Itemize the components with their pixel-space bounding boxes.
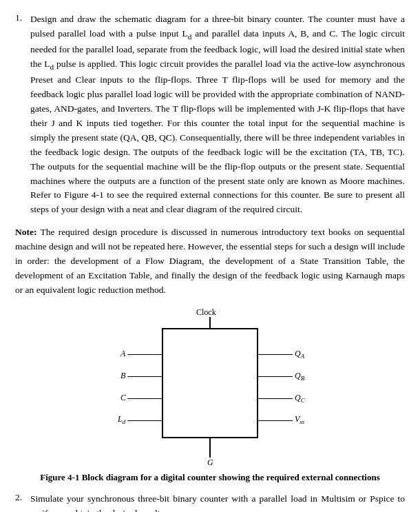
counter-box	[162, 328, 258, 438]
input-b-label: B	[120, 371, 125, 381]
input-a-line	[127, 354, 162, 356]
item-2-number: 2.	[15, 492, 30, 512]
item-1-body: Design and draw the schematic diagram fo…	[30, 12, 405, 217]
output-qc-label: QC	[295, 393, 305, 404]
output-qa-line	[258, 354, 293, 356]
diagram-section: Clock G A B C Ld QA QB QC	[15, 307, 405, 484]
input-ld-label: Ld	[118, 414, 125, 425]
item-1-number: 1.	[15, 12, 30, 217]
diagram-caption: Figure 4-1 Block diagram for a digital c…	[40, 471, 380, 484]
item-2: 2. Simulate your synchronous three-bit b…	[15, 492, 405, 512]
input-c-label: C	[120, 393, 126, 403]
output-vss-label: Vss	[295, 414, 304, 425]
note-text: The required design procedure is discuss…	[15, 227, 405, 295]
main-content: 1. Design and draw the schematic diagram…	[15, 12, 405, 512]
item-1: 1. Design and draw the schematic diagram…	[15, 12, 405, 217]
note-label: Note:	[15, 227, 36, 237]
note-block: Note: The required design procedure is d…	[15, 225, 405, 298]
output-qb-label: QB	[295, 371, 304, 382]
output-vss-line	[258, 420, 293, 422]
g-line	[209, 438, 211, 458]
output-qb-line	[258, 376, 293, 378]
item-2-body: Simulate your synchronous three-bit bina…	[30, 492, 405, 512]
output-qc-line	[258, 398, 293, 400]
output-qa-label: QA	[295, 349, 304, 360]
input-ld-line	[127, 420, 162, 422]
g-label: G	[207, 458, 213, 468]
input-b-line	[127, 376, 162, 378]
input-c-line	[127, 398, 162, 400]
clock-line	[209, 317, 211, 328]
clock-label: Clock	[196, 307, 216, 318]
diagram-area: Clock G A B C Ld QA QB QC	[107, 307, 313, 466]
input-a-label: A	[120, 349, 125, 359]
